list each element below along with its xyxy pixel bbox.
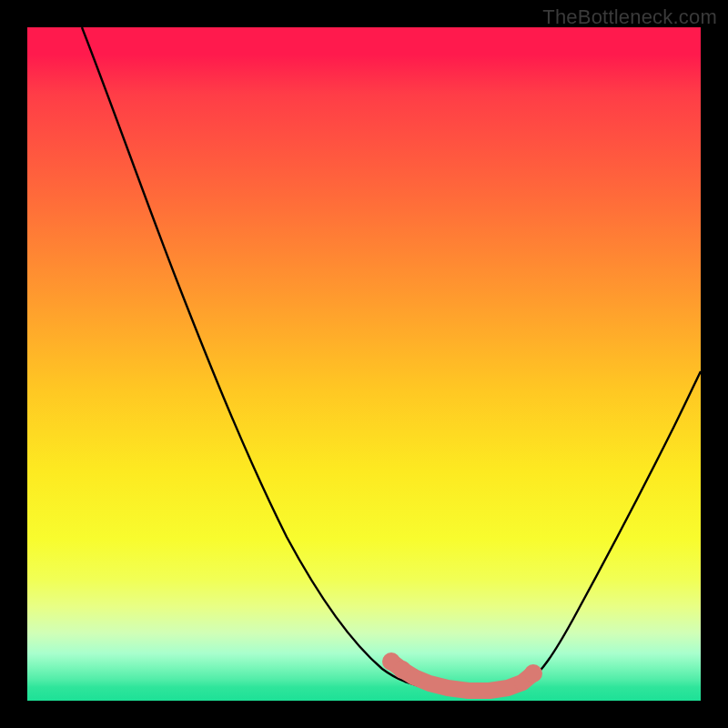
optimal-dot	[524, 664, 542, 682]
chart-frame	[27, 27, 701, 701]
chart-svg	[27, 27, 701, 701]
bottleneck-curve-path	[82, 27, 393, 651]
optimal-dot	[406, 669, 422, 685]
bottleneck-curve	[82, 27, 701, 693]
watermark-text: TheBottleneck.com	[542, 5, 717, 29]
